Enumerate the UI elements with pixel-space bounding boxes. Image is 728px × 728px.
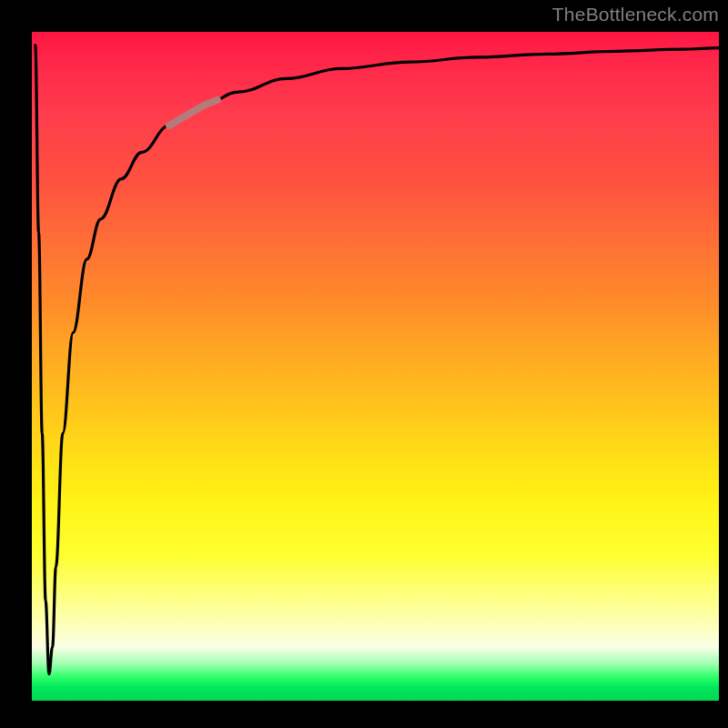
plot-area: [32, 32, 719, 701]
watermark-text: TheBottleneck.com: [552, 4, 719, 25]
chart-stage: TheBottleneck.com: [0, 0, 728, 728]
bottleneck-curve: [35, 46, 719, 674]
highlight-segment: [169, 100, 217, 126]
curve-layer: [32, 32, 719, 701]
